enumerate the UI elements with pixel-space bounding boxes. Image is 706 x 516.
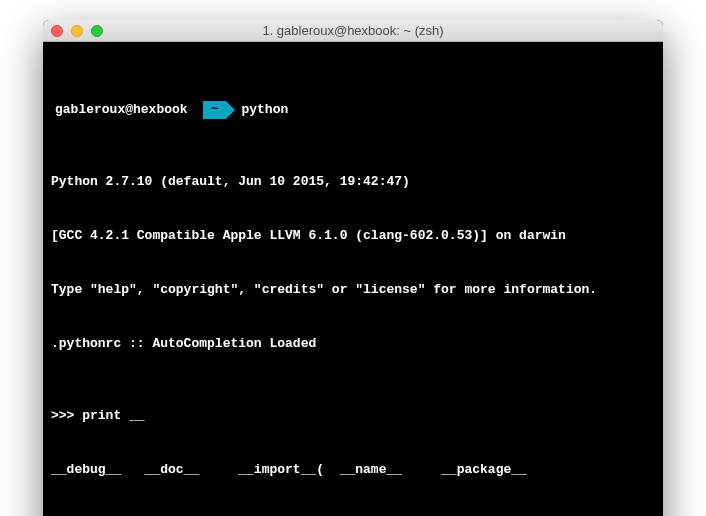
traffic-lights xyxy=(51,25,103,37)
repl-prompt: >>> xyxy=(51,408,82,423)
prompt-user: gableroux@hexbook xyxy=(51,101,194,119)
repl-line: >>> print __ xyxy=(51,407,655,425)
prompt-arrow-icon xyxy=(226,101,235,119)
repl-input: print __ xyxy=(82,408,144,423)
output-line: __debug__ __doc__ __import__( __name__ _… xyxy=(51,461,655,479)
window-title: 1. gableroux@hexbook: ~ (zsh) xyxy=(43,23,663,38)
output-line: Type "help", "copyright", "credits" or "… xyxy=(51,281,655,299)
output-line: [GCC 4.2.1 Compatible Apple LLVM 6.1.0 (… xyxy=(51,227,655,245)
prompt-path: ~ xyxy=(203,101,227,119)
titlebar[interactable]: 1. gableroux@hexbook: ~ (zsh) xyxy=(43,20,663,42)
maximize-icon[interactable] xyxy=(91,25,103,37)
prompt-arrow-icon xyxy=(194,101,203,119)
command-text: python xyxy=(235,101,288,119)
close-icon[interactable] xyxy=(51,25,63,37)
terminal-window: 1. gableroux@hexbook: ~ (zsh) gableroux@… xyxy=(43,20,663,516)
terminal-body[interactable]: gableroux@hexbook ~ python Python 2.7.10… xyxy=(43,42,663,516)
minimize-icon[interactable] xyxy=(71,25,83,37)
prompt-line: gableroux@hexbook ~ python xyxy=(51,101,655,119)
output-line: .pythonrc :: AutoCompletion Loaded xyxy=(51,335,655,353)
output-line: Python 2.7.10 (default, Jun 10 2015, 19:… xyxy=(51,173,655,191)
